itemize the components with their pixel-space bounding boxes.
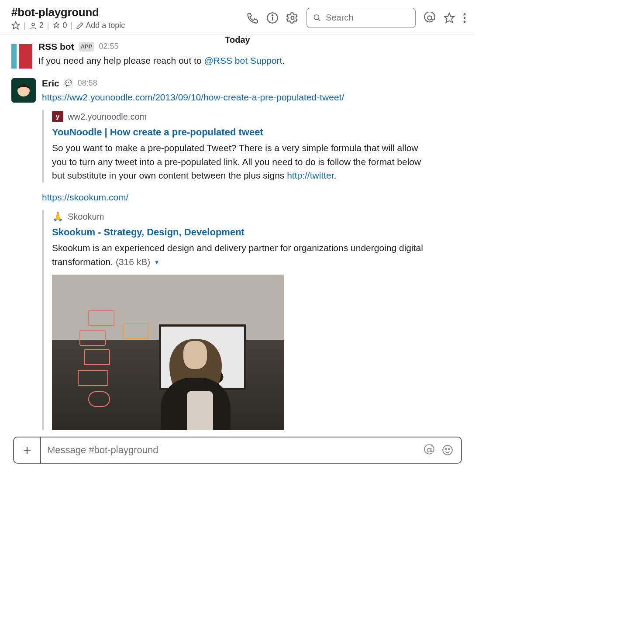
header-left: #bot-playground | 2 | 0 | Add a topic (11, 6, 246, 30)
text-part: . (282, 55, 285, 65)
star-icon[interactable] (11, 21, 20, 30)
svg-point-14 (443, 445, 452, 455)
compose-actions (424, 444, 461, 456)
site-favicon: 🙏 (52, 211, 63, 222)
message-rss: RSS bot APP 02:55 If you need any help p… (11, 42, 464, 69)
phone-icon[interactable] (246, 12, 258, 24)
channel-subheader: | 2 | 0 | Add a topic (11, 21, 246, 30)
header-right (246, 8, 466, 28)
svg-point-4 (272, 15, 273, 16)
svg-point-10 (464, 13, 466, 15)
site-favicon: y (52, 111, 63, 122)
svg-marker-9 (444, 13, 454, 23)
mentions-icon[interactable] (424, 12, 436, 24)
svg-point-16 (448, 449, 449, 450)
preview-image[interactable] (52, 275, 284, 430)
status-emoji[interactable]: 💬 (64, 79, 73, 88)
add-topic[interactable]: Add a topic (76, 21, 125, 30)
emoji-icon[interactable] (442, 444, 453, 456)
search-box[interactable] (307, 8, 416, 28)
author-name[interactable]: Eric (42, 76, 59, 90)
shared-link[interactable]: https://skookum.com/ (42, 192, 128, 202)
more-icon[interactable] (463, 12, 466, 24)
channel-header: #bot-playground | 2 | 0 | Add a topic (0, 0, 475, 35)
mention-icon[interactable] (424, 444, 435, 456)
star-outline-icon[interactable] (444, 12, 455, 24)
members-count[interactable]: 2 (29, 21, 44, 30)
attach-button[interactable]: + (14, 437, 41, 463)
message-header: RSS bot APP 02:55 (38, 40, 464, 54)
app-badge: APP (79, 42, 95, 52)
svg-point-13 (427, 448, 431, 452)
separator: | (47, 21, 49, 30)
timestamp[interactable]: 02:55 (99, 41, 118, 52)
preview-title[interactable]: Skookum - Strategy, Design, Development (52, 225, 426, 239)
second-link-block: https://skookum.com/ (42, 190, 464, 204)
preview-title[interactable]: YouNoodle | How create a pre-populated t… (52, 125, 426, 139)
separator: | (24, 21, 26, 30)
members-number: 2 (39, 21, 44, 30)
message-header: Eric 💬 08:58 (42, 76, 464, 90)
message-input[interactable] (41, 444, 424, 456)
svg-marker-0 (12, 22, 20, 29)
message-text: If you need any help please reach out to… (38, 54, 464, 68)
file-size: (316 kB) (116, 257, 150, 267)
text-part: Skookum is an experienced design and del… (52, 243, 423, 267)
preview-description: Skookum is an experienced design and del… (52, 241, 426, 269)
svg-point-5 (291, 16, 294, 19)
preview-site: 🙏 Skookum (52, 210, 426, 223)
pins-count[interactable]: 0 (52, 21, 67, 30)
svg-line-7 (318, 19, 320, 21)
svg-point-1 (32, 23, 34, 26)
message-body: RSS bot APP 02:55 If you need any help p… (38, 42, 464, 69)
search-icon (313, 13, 321, 23)
timestamp[interactable]: 08:58 (78, 77, 97, 89)
shared-link[interactable]: https://ww2.younoodle.com/2013/09/10/how… (42, 92, 344, 102)
avatar[interactable] (11, 44, 32, 69)
separator: | (70, 21, 72, 30)
scrollbar[interactable] (470, 0, 474, 475)
link-preview: 🙏 Skookum Skookum - Strategy, Design, De… (42, 210, 426, 430)
svg-point-11 (464, 17, 466, 19)
search-input[interactable] (326, 13, 409, 23)
add-topic-label: Add a topic (86, 21, 125, 30)
preview-site: y ww2.younoodle.com (52, 110, 426, 123)
preview-description: So you want to make a pre-populated Twee… (52, 141, 426, 183)
avatar[interactable] (11, 78, 36, 103)
link-preview: y ww2.younoodle.com YouNoodle | How crea… (42, 110, 426, 183)
gear-icon[interactable] (286, 12, 299, 24)
mention-link[interactable]: @RSS bot Support (204, 55, 282, 65)
author-name[interactable]: RSS bot (38, 40, 74, 54)
site-host: ww2.younoodle.com (68, 110, 147, 123)
channel-name[interactable]: #bot-playground (11, 6, 246, 19)
message-list: RSS bot APP 02:55 If you need any help p… (0, 42, 475, 430)
message-compose: + (13, 437, 462, 464)
message-eric: Eric 💬 08:58 https://ww2.younoodle.com/2… (11, 76, 464, 430)
svg-point-8 (427, 16, 431, 20)
svg-point-6 (314, 14, 319, 19)
text-part: So you want to make a pre-populated Twee… (52, 143, 421, 180)
svg-point-15 (446, 449, 447, 450)
message-body: Eric 💬 08:58 https://ww2.younoodle.com/2… (42, 76, 464, 430)
svg-point-12 (464, 21, 466, 23)
text-part: . (334, 170, 337, 180)
text-part: If you need any help please reach out to (38, 55, 204, 65)
chevron-down-icon[interactable]: ▼ (154, 259, 159, 265)
site-host: Skookum (68, 210, 104, 223)
info-icon[interactable] (266, 12, 279, 24)
embedded-link[interactable]: http://twitter (287, 170, 334, 180)
pins-number: 0 (62, 21, 67, 30)
